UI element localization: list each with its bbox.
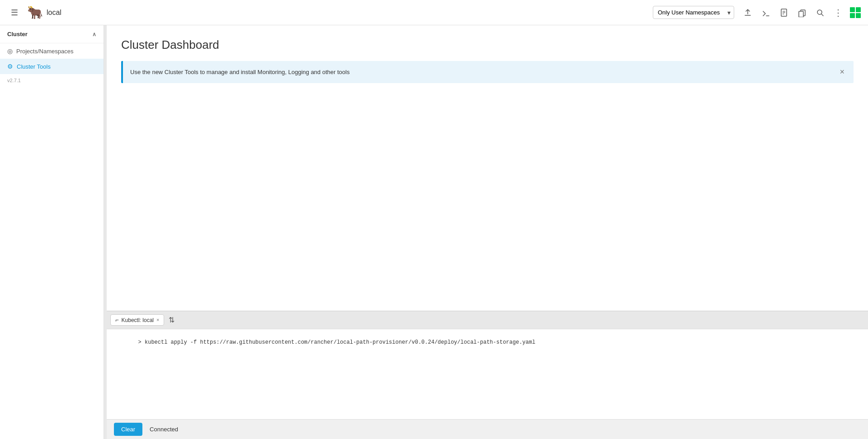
svg-line-8 bbox=[821, 14, 823, 16]
info-banner-text: Use the new Cluster Tools to manage and … bbox=[130, 69, 349, 75]
search-button[interactable] bbox=[812, 5, 828, 20]
brand-name-label: local bbox=[47, 9, 61, 17]
cluster-tools-label: Cluster Tools bbox=[17, 63, 51, 70]
upload-button[interactable] bbox=[740, 5, 756, 20]
clear-button[interactable]: Clear bbox=[114, 423, 142, 436]
sidebar-version: v2.7.1 bbox=[0, 74, 104, 87]
connected-status-label: Connected bbox=[150, 426, 178, 433]
projects-namespaces-label: Projects/Namespaces bbox=[16, 48, 73, 55]
upload-icon bbox=[743, 8, 752, 17]
sidebar: Cluster ∧ ◎ Projects/Namespaces ⚙ Cluste… bbox=[0, 25, 104, 439]
terminal-pane[interactable]: > kubectl apply -f https://raw.githubuse… bbox=[107, 329, 868, 419]
terminal-line-1: > kubectl apply -f https://raw.githubuse… bbox=[112, 333, 863, 352]
top-nav: ☰ 🐂 local Only User Namespaces bbox=[0, 0, 868, 25]
terminal-bar: ⌐ Kubectl: local × ⇅ bbox=[107, 311, 868, 329]
content-area: Cluster Dashboard Use the new Cluster To… bbox=[107, 25, 868, 439]
cluster-section-header[interactable]: Cluster ∧ bbox=[0, 25, 104, 43]
terminal-resize-button[interactable]: ⇅ bbox=[166, 315, 177, 325]
sidebar-item-cluster-tools[interactable]: ⚙ Cluster Tools bbox=[0, 59, 104, 74]
search-icon bbox=[816, 8, 825, 17]
brand-logo-icon: 🐂 bbox=[27, 5, 43, 20]
copy-icon bbox=[797, 8, 807, 17]
svg-rect-6 bbox=[799, 11, 803, 17]
download-kubeconfig-button[interactable] bbox=[776, 5, 792, 20]
page-content: Cluster Dashboard Use the new Cluster To… bbox=[107, 25, 868, 311]
terminal-tab-label: Kubectl: local bbox=[122, 317, 154, 323]
hamburger-menu-button[interactable]: ☰ bbox=[7, 5, 22, 20]
cluster-section-label: Cluster bbox=[7, 31, 28, 37]
more-icon: ⋮ bbox=[834, 7, 843, 18]
info-banner: Use the new Cluster Tools to manage and … bbox=[121, 61, 854, 83]
projects-namespaces-icon: ◎ bbox=[7, 47, 13, 55]
nav-right-actions: Only User Namespaces bbox=[653, 5, 861, 21]
terminal-command: > kubectl apply -f https://raw.githubuse… bbox=[138, 339, 536, 346]
terminal-tab-kubectl-local[interactable]: ⌐ Kubectl: local × bbox=[110, 314, 164, 326]
kubeconfig-icon bbox=[779, 8, 788, 17]
shell-icon bbox=[761, 8, 770, 17]
copy-config-button[interactable] bbox=[794, 5, 810, 20]
terminal-tab-icon: ⌐ bbox=[115, 317, 119, 323]
kubectl-shell-button[interactable] bbox=[758, 5, 774, 20]
sidebar-item-projects-namespaces[interactable]: ◎ Projects/Namespaces bbox=[0, 43, 104, 59]
terminal-tab-close-button[interactable]: × bbox=[156, 318, 159, 322]
cluster-status-icon[interactable] bbox=[850, 7, 861, 18]
main-layout: Cluster ∧ ◎ Projects/Namespaces ⚙ Cluste… bbox=[0, 25, 868, 439]
cluster-tools-icon: ⚙ bbox=[7, 63, 13, 70]
cluster-chevron-icon: ∧ bbox=[92, 31, 96, 37]
namespace-selector[interactable]: Only User Namespaces bbox=[653, 6, 734, 19]
namespace-selector-wrapper: Only User Namespaces bbox=[653, 6, 734, 19]
more-options-button[interactable]: ⋮ bbox=[830, 5, 846, 21]
page-title: Cluster Dashboard bbox=[121, 38, 854, 52]
status-bar: Clear Connected bbox=[107, 419, 868, 439]
info-banner-close-button[interactable]: × bbox=[838, 67, 846, 77]
